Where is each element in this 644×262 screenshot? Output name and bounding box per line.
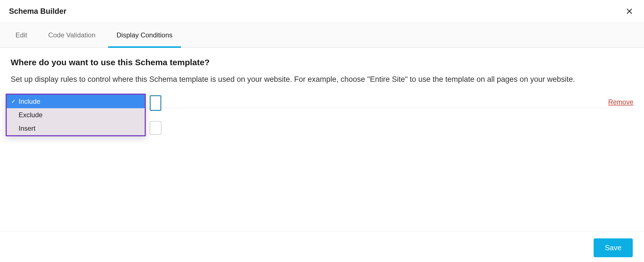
content-area: Where do you want to use this Schema tem… <box>0 48 644 135</box>
dropdown-option-exclude[interactable]: Exclude <box>7 108 145 122</box>
tab-edit[interactable]: Edit <box>13 23 30 48</box>
dropdown-option-include[interactable]: Include <box>7 95 145 108</box>
save-button[interactable]: Save <box>594 238 633 257</box>
dropdown-option-insert[interactable]: Insert <box>7 122 145 135</box>
condition-type-select[interactable] <box>150 95 161 111</box>
modal-header: Schema Builder <box>0 0 644 23</box>
section-heading: Where do you want to use this Schema tem… <box>11 58 633 67</box>
remove-condition-link[interactable]: Remove <box>608 98 633 106</box>
modal-footer: Save <box>0 231 644 262</box>
condition-row: Include Exclude Insert Remove <box>11 94 633 108</box>
close-button[interactable] <box>624 6 635 17</box>
tab-display-conditions[interactable]: Display Conditions <box>114 23 175 48</box>
tab-bar: Edit Code Validation Display Conditions <box>0 23 644 48</box>
close-icon <box>626 8 633 15</box>
section-description: Set up display rules to control where th… <box>11 74 633 85</box>
condition-type-dropdown: Include Exclude Insert <box>6 94 146 136</box>
condition-target-select[interactable] <box>150 121 161 135</box>
page-title: Schema Builder <box>9 7 66 16</box>
tab-code-validation[interactable]: Code Validation <box>45 23 98 48</box>
